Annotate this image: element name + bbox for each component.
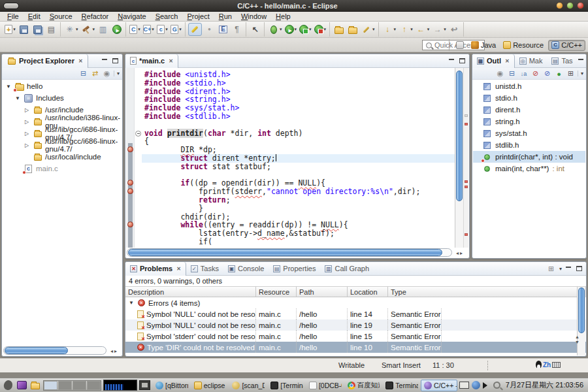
view-menu-icon[interactable]: ▾ [578, 71, 583, 76]
workspace-pager[interactable] [43, 380, 101, 391]
menu-refactor[interactable]: Refactor [77, 12, 114, 20]
taskbar-window-button[interactable]: eclipse [191, 380, 227, 391]
menu-help[interactable]: Help [271, 12, 295, 20]
error-marker-icon[interactable] [127, 146, 133, 152]
media-app-launcher[interactable] [16, 380, 27, 391]
error-marker-icon[interactable] [127, 188, 133, 194]
taskbar-clock[interactable]: 7月27日星期六 21:03:56 [503, 380, 586, 390]
menu-source[interactable]: Source [45, 12, 77, 20]
forward-button[interactable]: ▾ [431, 23, 447, 36]
editor-vscrollbar[interactable] [455, 68, 463, 248]
maximize-window-icon[interactable] [566, 2, 574, 9]
collapse-all-icon[interactable]: ⊟ [507, 69, 517, 78]
new-class-button[interactable]: G▾ [170, 23, 182, 36]
outline-item[interactable]: unistd.h [473, 80, 585, 92]
system-monitor-applet[interactable] [103, 380, 137, 391]
collapse-region-icon[interactable] [135, 131, 141, 137]
tab-main-c[interactable]: c *main.c ✕ [125, 54, 178, 68]
tab-console[interactable]: ▣Console [223, 262, 269, 276]
taskbar-window-button[interactable]: 百度知道... [344, 380, 381, 391]
taskbar-window-button[interactable]: [0DCB-0... [306, 380, 342, 391]
mark-occurrences-button[interactable] [203, 23, 216, 36]
build-all-button[interactable]: ▾ [63, 23, 79, 36]
tab-callgraph[interactable]: ▥Call Graph [320, 262, 374, 276]
tab-outl[interactable]: ▦Outl✕ [472, 54, 515, 68]
whitespace-button[interactable] [231, 23, 243, 36]
tree-item-hello[interactable]: ▼hello [3, 80, 122, 92]
column-header-description[interactable]: Description [125, 287, 256, 297]
minimize-view-icon[interactable] [101, 57, 108, 64]
menu-window[interactable]: Window [237, 12, 271, 20]
open-folder-2-button[interactable] [346, 23, 359, 36]
outline-item[interactable]: main(int, char**) : int [473, 163, 585, 174]
problems-scroll-arrows-icon[interactable]: ▲▼ [575, 335, 580, 344]
menu-navigate[interactable]: Navigate [113, 12, 150, 20]
workspace-4[interactable] [87, 381, 101, 390]
error-mark-icon[interactable] [465, 123, 468, 125]
group-expander-icon[interactable]: ▼ [128, 300, 135, 306]
explorer-hscrollbar[interactable] [3, 346, 106, 355]
menu-search[interactable]: Search [151, 12, 183, 20]
make-button[interactable] [97, 23, 109, 36]
outline-item[interactable]: stdlib.h [473, 139, 585, 151]
outline-item[interactable]: sys/stat.h [473, 127, 585, 139]
debug-button[interactable]: ▾ [267, 23, 283, 36]
pointer-button[interactable] [249, 23, 261, 36]
maximize-view-icon[interactable] [576, 265, 583, 272]
taskbar-window-button[interactable]: Terminal [382, 380, 419, 391]
hscroll-arrows-icon[interactable]: ◂▸ [110, 348, 118, 354]
build-button[interactable]: ▾ [80, 23, 96, 36]
menu-run[interactable]: Run [214, 12, 237, 20]
highlight-button[interactable] [188, 23, 202, 36]
profile-button[interactable]: ▾ [314, 23, 327, 36]
expander-icon[interactable]: ▼ [5, 84, 12, 90]
close-tab-icon[interactable]: ✕ [78, 58, 83, 64]
view-menu-icon[interactable]: ▾ [114, 71, 120, 76]
next-annotation-button[interactable]: ▾ [382, 23, 397, 36]
link-editor-icon[interactable]: ⇄ [90, 69, 100, 78]
code-editor[interactable]: #include <unistd.h>#include <stdio.h>#in… [142, 68, 455, 248]
back-button[interactable]: ▾ [415, 23, 431, 36]
problems-group-row[interactable]: ▼Errors (4 items) [125, 297, 586, 308]
expander-icon[interactable]: ▼ [14, 95, 21, 101]
prev-annotation-button[interactable]: ▾ [398, 23, 414, 36]
perspective-resource-button[interactable]: Resource [500, 40, 546, 51]
hide-fields-icon[interactable]: ⊘ [531, 69, 540, 78]
tree-item-main-c[interactable]: cmain.c [3, 163, 122, 174]
tree-item-includes[interactable]: ▼≡Includes [3, 92, 122, 104]
menu-project[interactable]: Project [183, 12, 214, 20]
column-header-path[interactable]: Path [297, 287, 348, 297]
gnome-menu-button[interactable] [2, 380, 14, 391]
problem-row[interactable]: Type 'DIR' could not be resolvedmain.c/h… [125, 342, 586, 353]
occurrence-mark-icon[interactable] [465, 114, 468, 117]
new-c-file-button[interactable]: c▾ [156, 23, 169, 36]
taskbar-window-button[interactable]: C/C++ - ... [421, 380, 457, 391]
minimize-editor-icon[interactable] [448, 57, 455, 64]
menu-edit[interactable]: Edit [24, 12, 45, 20]
outline-item[interactable]: printdir(char*, int) : void [473, 151, 585, 163]
search-brush-button[interactable]: ▾ [360, 23, 376, 36]
close-editor-icon[interactable]: ✕ [169, 58, 173, 64]
window-menu-button[interactable] [3, 3, 19, 9]
maximize-view-icon[interactable] [112, 57, 119, 64]
filter-icon[interactable]: ⊞ [546, 264, 556, 274]
expander-icon[interactable]: ▷ [24, 142, 30, 148]
input-method-indicator[interactable]: Zh [536, 361, 561, 368]
collapse-all-icon[interactable]: ⊟ [78, 69, 88, 78]
hide-non-public-icon[interactable]: ● [554, 69, 564, 78]
overview-ruler[interactable] [463, 68, 468, 248]
tree-item--usr-lib-gcc-i686-linux-gnu-4-7-[interactable]: ▷/usr/lib/gcc/i686-linux-gnu/4.7/ [3, 139, 122, 151]
filter-icon[interactable]: ⊞ [566, 69, 576, 78]
sort-icon[interactable]: ↓a [519, 69, 529, 78]
error-mark-icon[interactable] [465, 233, 468, 236]
problem-row[interactable]: Symbol 'NULL' could not be resolvedmain.… [125, 308, 586, 319]
editor-hscrollbar[interactable] [127, 248, 452, 257]
column-header-type[interactable]: Type [388, 287, 586, 297]
editor-hscroll-arrows-icon[interactable]: ◂▸ [456, 250, 464, 256]
taskbar-window-button[interactable]: [qBittorr... [152, 380, 189, 391]
tab-tas[interactable]: ▤Tas [547, 54, 577, 68]
save-all-button[interactable] [31, 23, 44, 36]
expander-icon[interactable]: ▷ [24, 119, 30, 125]
annotation-ruler[interactable] [126, 68, 135, 248]
close-window-icon[interactable] [577, 2, 584, 9]
